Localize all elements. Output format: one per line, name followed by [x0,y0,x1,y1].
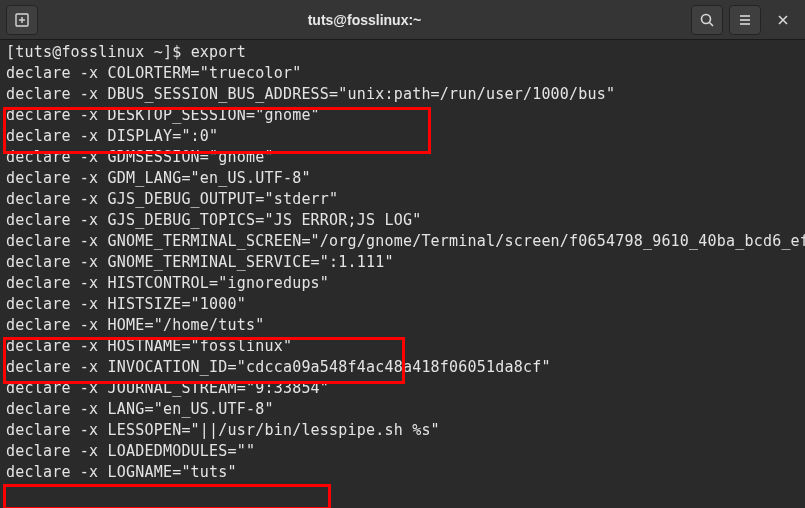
output-line: declare -x DESKTOP_SESSION="gnome" [6,106,320,124]
command-text: export [191,43,246,61]
prompt-user-host: tuts@fosslinux ~ [15,43,163,61]
output-line: declare -x GDMSESSION="gnome" [6,148,274,166]
titlebar-right [691,5,799,35]
search-icon [699,12,715,28]
terminal-output[interactable]: [tuts@fosslinux ~]$ export declare -x CO… [0,40,805,485]
hamburger-icon [737,12,753,28]
output-line: declare -x LANG="en_US.UTF-8" [6,400,274,418]
new-tab-icon [14,12,30,28]
prompt-bracket-close: ]$ [163,43,191,61]
highlight-box-3 [3,484,331,508]
titlebar-left [6,5,38,35]
output-line: declare -x LOGNAME="tuts" [6,463,237,481]
output-line: declare -x GNOME_TERMINAL_SCREEN="/org/g… [6,232,805,250]
output-line: declare -x GJS_DEBUG_OUTPUT="stderr" [6,190,338,208]
title-bar: tuts@fosslinux:~ [0,0,805,40]
svg-line-4 [710,22,714,26]
output-line: declare -x DISPLAY=":0" [6,127,218,145]
output-line: declare -x GJS_DEBUG_TOPICS="JS ERROR;JS… [6,211,421,229]
menu-button[interactable] [729,5,761,35]
output-line: declare -x GDM_LANG="en_US.UTF-8" [6,169,311,187]
prompt-bracket-open: [ [6,43,15,61]
output-line: declare -x COLORTERM="truecolor" [6,64,301,82]
svg-point-3 [702,14,711,23]
output-line: declare -x JOURNAL_STREAM="9:33854" [6,379,329,397]
window-title: tuts@fosslinux:~ [38,12,691,28]
output-line: declare -x HOME="/home/tuts" [6,316,264,334]
output-line: declare -x LESSOPEN="||/usr/bin/lesspipe… [6,421,440,439]
output-line: declare -x HISTSIZE="1000" [6,295,246,313]
output-line: declare -x HOSTNAME="fosslinux" [6,337,292,355]
output-line: declare -x DBUS_SESSION_BUS_ADDRESS="uni… [6,85,615,103]
output-line: declare -x LOADEDMODULES="" [6,442,255,460]
close-icon [775,12,791,28]
new-tab-button[interactable] [6,5,38,35]
search-button[interactable] [691,5,723,35]
output-line: declare -x GNOME_TERMINAL_SERVICE=":1.11… [6,253,394,271]
output-line: declare -x INVOCATION_ID="cdcca09a548f4a… [6,358,551,376]
close-button[interactable] [767,5,799,35]
output-line: declare -x HISTCONTROL="ignoredups" [6,274,329,292]
